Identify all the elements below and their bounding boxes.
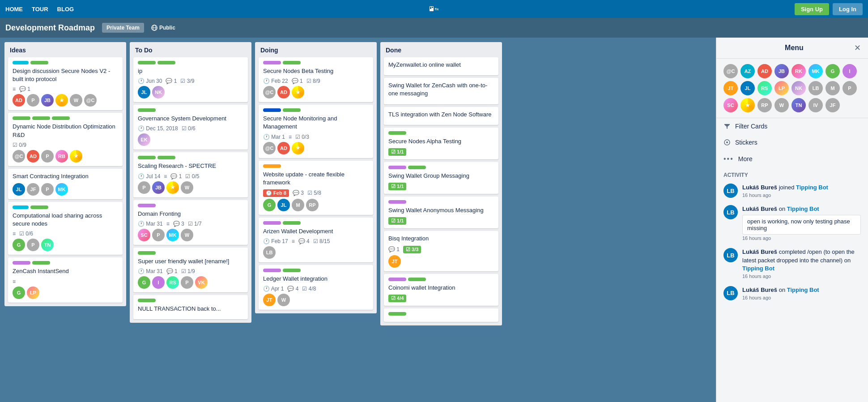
menu-close-button[interactable]: ✕ <box>854 43 861 53</box>
member-photo4[interactable]: RS <box>757 81 772 95</box>
menu-filter-cards[interactable]: Filter Cards <box>716 118 868 134</box>
nav-blog[interactable]: BLOG <box>57 6 74 13</box>
nav-home[interactable]: HOME <box>5 6 23 13</box>
card-title: Secure Nodes Alpha Testing <box>388 137 494 145</box>
card-labels <box>138 61 243 64</box>
activity-content-3: Lukáš Bureš completed /open (to open the… <box>742 248 861 279</box>
card-checklist: ☑ 8/9 <box>306 78 320 84</box>
card-governance[interactable]: Governance System Development 🕐 Dec 15, … <box>133 105 248 150</box>
board-public-badge[interactable]: Public <box>151 25 175 31</box>
card-comments: 💬 1 <box>166 78 177 84</box>
card-swing-wallet-anon[interactable]: Swing Wallet Anonymous Messaging ☑ 1/1 <box>384 197 498 228</box>
activity-link-1[interactable]: Tipping Bot <box>796 184 828 191</box>
card-zencash-instantsend[interactable]: ZenCash InstantSend ≡ G LP <box>8 257 123 302</box>
member-rp[interactable]: RP <box>757 98 772 112</box>
member-az[interactable]: AZ <box>740 64 755 78</box>
card-title: Dynamic Node Distribution Optimization R… <box>13 123 118 139</box>
card-title: ZenCash InstantSend <box>13 267 118 275</box>
member-photo8[interactable]: TN <box>791 98 806 112</box>
activity-link-2[interactable]: Tipping Bot <box>787 205 819 212</box>
member-jt[interactable]: JT <box>723 81 738 95</box>
avatar-g: G <box>138 276 150 289</box>
avatar-c: @C <box>263 86 276 98</box>
list-cards-doing: Secure Nodes Beta Testing 🕐 Feb 22 💬 1 ☑… <box>255 57 377 313</box>
card-arizen-wallet[interactable]: Arizen Wallet Development 🕐 Feb 17 ≡ 💬 4… <box>259 218 373 262</box>
activity-avatar-2: LB <box>723 205 738 219</box>
card-coinomi-wallet[interactable]: Coinomi wallet Integration ☑ 4/4 <box>384 274 498 306</box>
card-meta: 🕐 Feb 17 ≡ 💬 4 ☑ 8/15 <box>263 238 369 244</box>
activity-time-1: 16 hours ago <box>742 192 861 198</box>
card-dynamic-node[interactable]: Dynamic Node Distribution Optimization R… <box>8 113 123 166</box>
card-swing-wallet-one-to-one[interactable]: Swing Wallet for ZenCash with one-to-one… <box>384 78 498 104</box>
card-meta: 🕐 Mar 31 💬 1 ☑ 1/9 <box>138 268 243 274</box>
nav-tour[interactable]: TOUR <box>32 6 48 13</box>
member-jl[interactable]: JL <box>740 81 755 95</box>
member-i[interactable]: I <box>842 64 857 78</box>
card-secure-nodes-beta[interactable]: Secure Nodes Beta Testing 🕐 Feb 22 💬 1 ☑… <box>259 57 373 102</box>
card-secure-node-monitoring[interactable]: Secure Node Monitoring and Management 🕐 … <box>259 105 373 158</box>
activity-time-3: 16 hours ago <box>742 274 861 279</box>
signup-button[interactable]: Sign Up <box>795 3 829 15</box>
card-swing-wallet-group[interactable]: Swing Wallet Group Messaging ☑ 1/1 <box>384 162 498 194</box>
activity-link-4[interactable]: Tipping Bot <box>787 287 819 293</box>
svg-point-8 <box>726 141 728 143</box>
card-tls-integration[interactable]: TLS integration with Zen Node Software <box>384 107 498 125</box>
member-p[interactable]: P <box>842 81 857 95</box>
member-jf[interactable]: JF <box>825 98 840 112</box>
card-domain-fronting[interactable]: Domain Fronting 🕐 Mar 31 ≡ 💬 3 ☑ 1/7 SC … <box>133 200 248 245</box>
card-ip[interactable]: ip 🕐 Jun 30 💬 1 ☑ 3/9 JL NK <box>133 57 248 102</box>
card-website-update[interactable]: Website update - create flexible framewo… <box>259 161 373 215</box>
card-done-9[interactable] <box>384 308 498 322</box>
card-labels <box>138 108 243 112</box>
card-comments: 💬 4 <box>287 286 298 292</box>
avatar-jf: JF <box>27 183 39 196</box>
card-secure-nodes-alpha[interactable]: Secure Nodes Alpha Testing ☑ 1/1 <box>384 128 498 159</box>
member-w[interactable]: W <box>774 98 789 112</box>
member-spark[interactable]: ★ <box>740 98 755 112</box>
member-photo3[interactable]: MK <box>808 64 823 78</box>
card-ledger-wallet[interactable]: Ledger Wallet integration 🕐 Apr 1 💬 4 ☑ … <box>259 265 373 310</box>
login-button[interactable]: Log In <box>833 3 863 15</box>
card-labels <box>138 156 243 159</box>
member-lb[interactable]: LB <box>808 81 823 95</box>
label-purple <box>388 200 406 204</box>
card-design-discussion[interactable]: Design discussion Secure Nodes V2 - buil… <box>8 57 123 110</box>
avatar-p: P <box>27 239 39 251</box>
avatar-photo2: RB <box>55 150 68 163</box>
member-photo1[interactable]: JB <box>774 64 789 78</box>
card-meta: ☑ 1/1 <box>388 148 494 156</box>
activity-content-4: Lukáš Bureš on Tipping Bot 16 hours ago <box>742 286 861 300</box>
card-avatars: JL NK <box>138 86 243 98</box>
card-bisq-integration[interactable]: Bisq Integration 💬 1 ☑ 3/3 JT <box>384 231 498 271</box>
card-null-transaction[interactable]: NULL TRANSACTION back to... <box>133 295 248 319</box>
avatar-m: M <box>292 199 304 211</box>
member-ad[interactable]: AD <box>757 64 772 78</box>
card-smart-contracting[interactable]: Smart Contracting Integration JL JF P MK <box>8 169 123 199</box>
label-green <box>388 312 406 316</box>
label-green <box>408 166 426 169</box>
board-visibility-badge[interactable]: Private Team <box>102 23 144 33</box>
member-photo6[interactable]: NK <box>791 81 806 95</box>
menu-stickers[interactable]: Stickers <box>716 134 868 150</box>
menu-more[interactable]: ••• More <box>716 150 868 167</box>
member-g[interactable]: G <box>825 64 840 78</box>
card-scaling-research[interactable]: Scaling Research - SPECTRE 🕐 Jul 14 ≡ 💬 … <box>133 152 248 197</box>
card-date: 🕐 Feb 22 <box>263 78 288 84</box>
card-computational-load[interactable]: Computational load sharing across secure… <box>8 202 123 255</box>
card-meta: ☑ 1/1 <box>388 183 494 190</box>
member-m[interactable]: M <box>825 81 840 95</box>
avatar-jt: JT <box>263 294 276 306</box>
card-labels <box>388 278 494 281</box>
member-c[interactable]: @C <box>723 64 738 78</box>
list-header-todo: To Do <box>130 42 251 57</box>
member-photo5[interactable]: LP <box>774 81 789 95</box>
member-photo7[interactable]: SC <box>723 98 738 112</box>
member-photo2[interactable]: RK <box>791 64 806 78</box>
card-myzenwallet[interactable]: MyZenwallet.io online wallet <box>384 57 498 75</box>
member-iv[interactable]: IV <box>808 98 823 112</box>
avatar-photo11: RS <box>166 276 179 289</box>
activity-bubble-2: open is working, now only testing phase … <box>742 215 861 235</box>
card-avatars: G LP <box>13 287 118 299</box>
card-super-wallet[interactable]: Super user friendly wallet [rename!] 🕐 M… <box>133 248 248 292</box>
activity-link-3[interactable]: Tipping Bot <box>742 265 774 272</box>
